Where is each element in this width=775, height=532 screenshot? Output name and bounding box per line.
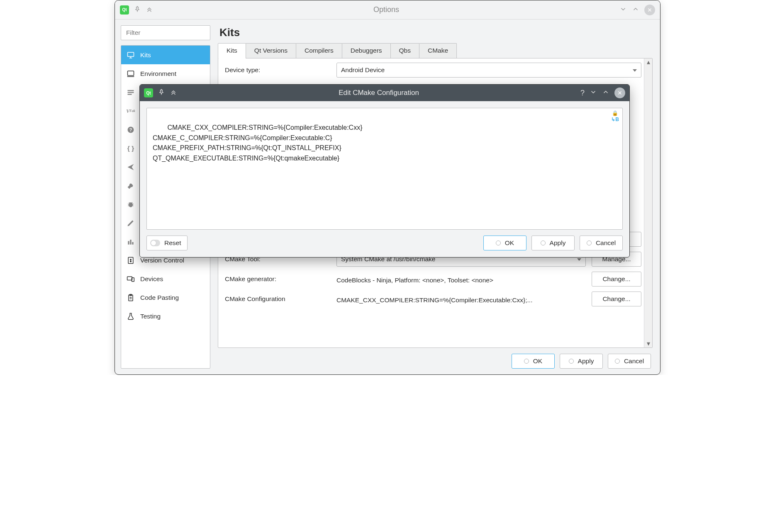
tab-qt-versions[interactable]: Qt Versions [246,43,296,58]
modal-ok-button[interactable]: OK [483,236,526,250]
cmake-config-change-button[interactable]: Change... [592,292,641,306]
cmake-generator-value: CodeBlocks - Ninja, Platform: <none>, To… [336,275,586,284]
svg-point-7 [129,202,133,207]
braces-icon: { } [126,145,135,152]
svg-text:?: ? [129,127,132,132]
cmake-generator-label: CMake generator: [225,275,331,283]
sidebar-item-label: Testing [140,313,161,320]
device-type-label: Device type: [225,66,331,74]
monitor-icon [126,51,135,59]
pin-icon[interactable] [158,89,165,97]
cmake-config-text: CMAKE_CXX_COMPILER:STRING=%{Compiler:Exe… [153,124,363,162]
scroll-up-icon[interactable]: ▴ [644,58,652,66]
sidebar-item-devices[interactable]: Devices [121,270,210,288]
qt-logo-icon: Qt [120,5,129,15]
panel-title: Kits [219,26,653,39]
reset-toggle-button[interactable]: Reset [146,236,188,250]
close-icon[interactable] [644,5,655,15]
sidebar-item-environment[interactable]: Environment [121,64,210,83]
options-ok-button[interactable]: OK [512,354,555,369]
svg-rect-10 [132,242,133,244]
pin-icon[interactable] [134,6,141,14]
tab-compilers[interactable]: Compilers [296,43,342,58]
chevron-down-icon[interactable] [619,5,627,15]
modal-cancel-button[interactable]: Cancel [580,236,623,250]
device-type-value: Android Device [341,66,385,74]
svg-rect-4 [128,94,132,95]
svg-rect-8 [128,241,129,244]
options-title: Options [153,5,619,14]
options-titlebar: Qt Options [115,0,660,19]
cmake-config-label: CMake Configuration [225,295,331,303]
svg-rect-2 [128,90,134,91]
edit-cmake-dialog: Qt Edit CMake Configuration ? CMAKE_CXX_… [139,84,630,257]
modal-titlebar: Qt Edit CMake Configuration ? [140,85,629,101]
vcs-icon [126,256,135,265]
scroll-down-icon[interactable]: ▾ [644,340,652,347]
svg-point-13 [130,261,132,262]
vertical-scrollbar[interactable]: ▴ ▾ [644,58,652,347]
bar-chart-icon [126,238,135,246]
flask-icon [126,312,135,321]
qt-logo-icon: Qt [144,88,153,97]
chevron-up-icon[interactable] [632,5,639,15]
chevrons-up-icon[interactable] [170,88,177,97]
svg-rect-14 [127,277,132,280]
sidebar-item-code-pasting[interactable]: Code Pasting [121,288,210,307]
chevrons-up-icon[interactable] [146,5,153,15]
tab-kits[interactable]: Kits [218,43,246,58]
sidebar-item-testing[interactable]: Testing [121,307,210,326]
help-icon[interactable]: ? [580,89,585,97]
modal-apply-button[interactable]: Apply [531,236,575,250]
devices-icon [126,275,135,283]
svg-rect-9 [130,240,131,245]
sidebar-item-label: Version Control [140,257,184,264]
options-apply-button[interactable]: Apply [560,354,603,369]
tabbar: Kits Qt Versions Compilers Debuggers Qbs… [218,43,653,58]
cmake-config-value: CMAKE_CXX_COMPILER:STRING=%{Compiler:Exe… [336,294,586,304]
cmake-config-editor[interactable]: CMAKE_CXX_COMPILER:STRING=%{Compiler:Exe… [146,108,623,230]
lock-icon: 🔒 [612,111,618,116]
filter-input[interactable] [125,29,206,37]
modal-title: Edit CMake Configuration [177,89,580,97]
bug-icon [126,200,135,209]
chevron-down-icon[interactable] [590,88,597,97]
device-type-select[interactable]: Android Device [336,63,641,78]
pencil-icon [126,219,135,227]
wrench-icon [126,182,135,190]
options-cancel-button[interactable]: Cancel [608,354,651,369]
tab-cmake[interactable]: CMake [419,43,457,58]
tab-debuggers[interactable]: Debuggers [342,43,391,58]
toggle-icon [150,240,160,246]
text-icon [126,88,135,97]
tab-qbs[interactable]: Qbs [390,43,419,58]
chevron-up-icon[interactable] [602,88,609,97]
cmake-generator-change-button[interactable]: Change... [592,272,641,287]
variable-chooser-icon[interactable]: 🔒 ↳B [611,111,619,124]
send-icon [126,163,135,171]
sidebar-item-label: Code Pasting [140,294,179,301]
svg-rect-3 [128,92,134,93]
sidebar-item-label: Devices [140,275,163,283]
svg-rect-0 [128,52,134,56]
svg-rect-1 [128,71,134,75]
close-icon[interactable] [614,87,625,98]
sidebar-item-kits[interactable]: Kits [121,46,210,64]
fakevim-icon: VFak [126,109,135,114]
clipboard-icon [126,294,135,302]
sidebar-item-label: Kits [140,51,151,59]
help-icon: ? [126,126,135,134]
svg-point-12 [130,259,132,260]
sidebar-item-label: Environment [140,70,176,78]
filter-input-wrap[interactable] [121,25,210,40]
desktop-icon [126,70,135,78]
